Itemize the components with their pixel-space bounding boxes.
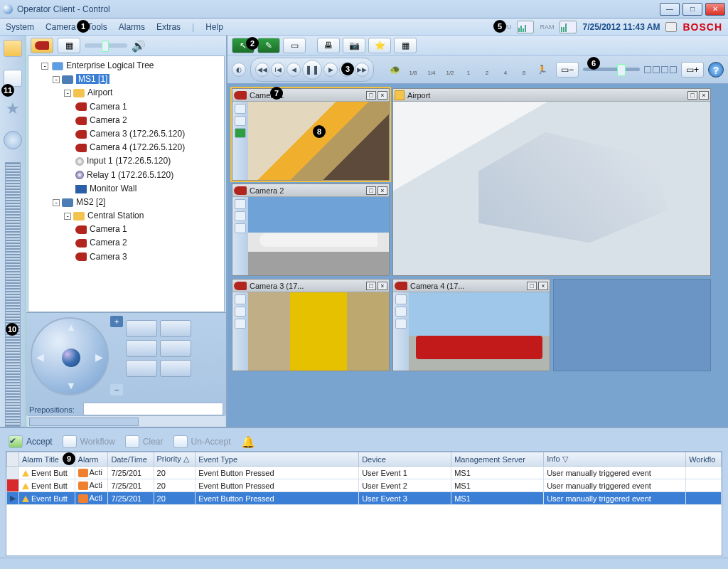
- col-datetime[interactable]: Date/Time: [108, 452, 154, 467]
- camera-snapshot-button[interactable]: 📷: [343, 38, 365, 53]
- tool-icon[interactable]: [235, 104, 246, 114]
- menu-alarms[interactable]: Alarms: [119, 22, 145, 32]
- strip-favorites-icon[interactable]: ★: [6, 100, 20, 118]
- pane-camera2[interactable]: Camera 2□×: [232, 184, 390, 276]
- tree-station[interactable]: Central Station: [87, 211, 144, 220]
- sequence-button[interactable]: ▦: [394, 38, 417, 53]
- tree-item[interactable]: Camera 1: [90, 224, 127, 234]
- ptz-iris-open-button[interactable]: [126, 340, 157, 357]
- col-eventtype[interactable]: Event Type: [196, 452, 359, 467]
- tree-item[interactable]: Monitor Wall: [90, 184, 136, 193]
- fwd-fast-button[interactable]: ▶▶: [355, 63, 369, 77]
- logical-tree[interactable]: -Enterprise Logical Tree -MS1 [1] -Airpo…: [28, 55, 225, 312]
- tool-icon[interactable]: [235, 116, 246, 126]
- maximize-button[interactable]: □: [682, 3, 702, 16]
- ptz-focus-near-button[interactable]: [160, 320, 191, 337]
- tree-ms2[interactable]: MS2 [2]: [76, 197, 105, 207]
- col-priority[interactable]: Priority △: [154, 452, 196, 467]
- speaker-icon[interactable]: 🔊: [132, 39, 146, 53]
- col-mgmt[interactable]: Management Server: [451, 452, 544, 467]
- pane-max-button[interactable]: □: [366, 282, 376, 290]
- ptz-focus-far-button[interactable]: [126, 320, 157, 337]
- layout-decrease-button[interactable]: ▭−: [556, 62, 579, 78]
- bell-icon[interactable]: 🔔: [241, 435, 254, 448]
- left-scrollbar[interactable]: [28, 415, 225, 427]
- tree-item[interactable]: Camera 4 (172.26.5.120): [90, 142, 185, 152]
- pane-close-button[interactable]: ×: [378, 186, 387, 195]
- ptz-aux-button[interactable]: [160, 360, 191, 377]
- pane-close-button[interactable]: ×: [378, 91, 387, 100]
- zoom-in-button[interactable]: +: [110, 316, 123, 327]
- col-device[interactable]: Device: [359, 452, 451, 467]
- play-button[interactable]: ▶: [323, 63, 338, 77]
- tree-ms1[interactable]: MS1 [1]: [76, 74, 109, 84]
- tree-airport[interactable]: Airport: [87, 87, 112, 97]
- ptz-joystick[interactable]: ▲ ▼ ◀ ▶: [31, 317, 109, 395]
- close-button[interactable]: ✕: [705, 3, 725, 16]
- unaccept-button[interactable]: Un-Accept: [173, 435, 231, 448]
- playback-mode-button[interactable]: ▦: [58, 38, 80, 53]
- pane-camera4[interactable]: Camera 4 (17...□×: [392, 279, 550, 371]
- tool-audio-icon[interactable]: [235, 128, 246, 138]
- col-info[interactable]: Info ▽: [544, 452, 686, 467]
- brightness-slider[interactable]: [85, 43, 127, 48]
- prepositions-dropdown[interactable]: [83, 403, 223, 415]
- menu-tools[interactable]: Tools: [87, 22, 107, 32]
- tree-item[interactable]: Relay 1 (172.26.5.120): [87, 170, 173, 180]
- tree-item[interactable]: Camera 2: [90, 115, 127, 125]
- strip-layout-icon[interactable]: [5, 162, 21, 427]
- strip-tree-icon[interactable]: [4, 40, 22, 57]
- pane-close-button[interactable]: ×: [378, 282, 387, 290]
- menu-extras[interactable]: Extras: [156, 22, 181, 32]
- pane-max-button[interactable]: □: [687, 91, 697, 100]
- strip-compass-icon[interactable]: [4, 131, 22, 149]
- live-mode-button[interactable]: [31, 38, 53, 53]
- ptz-iris-close-button[interactable]: [160, 340, 191, 357]
- accept-button[interactable]: ✔Accept: [9, 435, 53, 448]
- minimize-button[interactable]: —: [660, 3, 680, 16]
- snapshot-button[interactable]: ▭: [283, 38, 306, 53]
- pane-max-button[interactable]: □: [527, 282, 537, 290]
- pane-camera3[interactable]: Camera 3 (17...□×: [232, 279, 390, 371]
- col-rowheader[interactable]: [7, 452, 19, 467]
- pane-close-button[interactable]: ×: [538, 282, 548, 290]
- menu-camera[interactable]: Camera: [46, 22, 76, 32]
- speed-scale[interactable]: 1/81/41/21248: [405, 63, 532, 76]
- rewind-fast-button[interactable]: ◀◀: [255, 63, 269, 77]
- pane-empty[interactable]: [553, 279, 711, 371]
- tree-item[interactable]: Input 1 (172.26.5.120): [87, 156, 171, 166]
- tree-root[interactable]: Enterprise Logical Tree: [66, 60, 154, 70]
- tree-item[interactable]: Camera 2: [90, 238, 127, 248]
- pane-map[interactable]: Airport□×: [392, 88, 711, 276]
- tree-item[interactable]: Camera 3 (172.26.5.120): [90, 129, 185, 139]
- pane-camera1[interactable]: Camera 1□×: [232, 88, 390, 181]
- pause-button[interactable]: ❚❚: [302, 60, 322, 80]
- workflow-button[interactable]: Workflow: [63, 435, 115, 448]
- print-button[interactable]: 🖶: [317, 38, 340, 53]
- help-button[interactable]: ?: [708, 62, 724, 78]
- pane-close-button[interactable]: ×: [699, 91, 709, 100]
- menu-help[interactable]: Help: [205, 22, 223, 32]
- step-back-button[interactable]: I◀: [271, 63, 285, 77]
- play-back-button[interactable]: ◀: [287, 63, 301, 77]
- ptz-record-button[interactable]: [126, 360, 157, 377]
- col-alarm[interactable]: Alarm: [75, 452, 108, 467]
- pane-max-button[interactable]: □: [366, 186, 376, 195]
- tree-item[interactable]: Camera 1: [90, 102, 127, 112]
- favorite-button[interactable]: ⭐: [368, 38, 391, 53]
- print-icon[interactable]: [665, 22, 677, 32]
- alarm-grid[interactable]: Alarm Title Alarm Date/Time Priority △ E…: [6, 451, 722, 556]
- map-image[interactable]: [393, 102, 710, 275]
- zoom-out-button[interactable]: −: [110, 384, 123, 395]
- pane-max-button[interactable]: □: [366, 91, 376, 100]
- alarm-row-selected[interactable]: ▶ Event Butt Acti 7/25/201 20 Event Butt…: [7, 492, 722, 505]
- alarm-row[interactable]: Event Butt Acti 7/25/201 20 Event Button…: [7, 467, 722, 479]
- clear-button[interactable]: Clear: [125, 435, 164, 448]
- col-workflow[interactable]: Workflo: [686, 452, 722, 467]
- tree-item[interactable]: Camera 3: [90, 252, 127, 262]
- layout-increase-button[interactable]: ▭+: [681, 62, 704, 78]
- menu-system[interactable]: System: [6, 22, 34, 32]
- ptz-center[interactable]: [62, 349, 80, 367]
- edit-layout-button[interactable]: ✎: [257, 38, 280, 53]
- alarm-row[interactable]: Event Butt Acti 7/25/201 20 Event Button…: [7, 479, 722, 492]
